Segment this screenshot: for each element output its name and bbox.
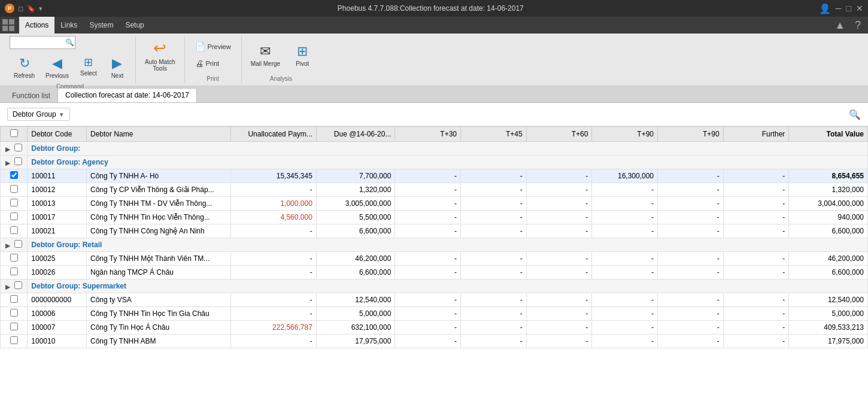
row-checkbox-cell[interactable] [1, 307, 28, 321]
row-checkbox[interactable] [10, 199, 18, 206]
minimize-button[interactable]: ─ [836, 4, 842, 13]
row-checkbox[interactable] [10, 268, 18, 275]
group-expand-icon[interactable]: ▶ [5, 242, 10, 249]
group-label: Debtor Group: Retail [28, 238, 868, 252]
mail-merge-button[interactable]: ✉ Mail Merge [247, 41, 284, 70]
row-checkbox-cell[interactable] [1, 211, 28, 224]
table-container[interactable]: Debtor Code Debtor Name Unallocated Paym… [0, 126, 868, 395]
select-button[interactable]: ⊞ Select [75, 53, 102, 82]
menu-setup[interactable]: Setup [119, 17, 150, 34]
row-checkbox-cell[interactable] [1, 197, 28, 211]
header-checkbox[interactable] [1, 127, 28, 142]
row-total: 940,000 [789, 211, 868, 224]
header-due: Due @14-06-20... [316, 127, 395, 142]
group-checkbox[interactable] [14, 240, 22, 248]
row-checkbox[interactable] [10, 295, 18, 303]
group-expand-cell[interactable]: ▶ [1, 238, 28, 252]
row-t60: - [526, 335, 592, 348]
row-checkbox[interactable] [10, 254, 18, 262]
group-checkbox[interactable] [14, 281, 22, 289]
debtor-group-filter[interactable]: Debtor Group ▼ [7, 108, 70, 121]
restore-button[interactable]: □ [846, 4, 851, 13]
ribbon-search-box[interactable]: 🔍 [10, 36, 75, 49]
row-due: 632,100,000 [316, 321, 395, 335]
row-unalloc: - [231, 252, 317, 266]
tab-collection[interactable]: Collection forecast at date: 14-06-2017 [57, 88, 197, 102]
group-checkbox[interactable] [14, 144, 22, 151]
group-expand-icon[interactable]: ▶ [5, 160, 10, 166]
row-checkbox-cell[interactable] [1, 293, 28, 307]
preview-button[interactable]: 📄 Preview [190, 40, 236, 54]
ribbon-collapse-button[interactable]: ▲ [830, 19, 850, 32]
group-checkbox[interactable] [14, 157, 22, 165]
select-all-checkbox[interactable] [10, 129, 18, 137]
row-further: - [723, 293, 789, 307]
row-t45: - [461, 197, 527, 211]
row-further: - [723, 197, 789, 211]
row-checkbox-cell[interactable] [1, 335, 28, 348]
refresh-button[interactable]: ↻ Refresh [10, 53, 39, 82]
menu-system[interactable]: System [83, 17, 119, 34]
row-checkbox-cell[interactable] [1, 266, 28, 279]
row-debtor-name: Công Ty TNHH TM - DV Viễn Thông... [87, 197, 231, 211]
table-row[interactable]: 0000000000 Công ty VSA - 12,540,000 - - … [1, 293, 868, 307]
row-checkbox-cell[interactable] [1, 224, 28, 238]
table-row[interactable]: 100010 Công Ty TNHH ABM - 17,975,000 - -… [1, 335, 868, 348]
group-header-row: ▶ Debtor Group: Supermarket [1, 279, 868, 293]
row-checkbox[interactable] [10, 336, 18, 344]
row-checkbox-cell[interactable] [1, 183, 28, 197]
search-filter-icon[interactable]: 🔍 [849, 109, 861, 120]
row-further: - [723, 183, 789, 197]
tab-function-list[interactable]: Function list [5, 89, 57, 102]
header-t45: T+45 [461, 127, 527, 142]
table-row[interactable]: 100011 Công Ty TNHH A- Hò 15,345,345 7,7… [1, 169, 868, 183]
table-row[interactable]: 100021 Công Ty TNHH Công Nghệ An Ninh - … [1, 224, 868, 238]
row-checkbox[interactable] [10, 185, 18, 193]
group-expand-icon[interactable]: ▶ [5, 146, 10, 153]
title-right-icons[interactable]: 👤 ─ □ ✕ [819, 3, 863, 14]
automatch-icon: ↩ [153, 39, 166, 57]
pivot-button[interactable]: ⊞ Pivot [289, 41, 315, 70]
table-row[interactable]: 100013 Công Ty TNHH TM - DV Viễn Thông..… [1, 197, 868, 211]
table-row[interactable]: 100007 Công Ty Tin Học Á Châu 222,566,78… [1, 321, 868, 335]
row-t45: - [461, 335, 527, 348]
row-checkbox[interactable] [10, 171, 18, 179]
search-input[interactable] [13, 39, 65, 46]
row-total: 1,320,000 [789, 183, 868, 197]
group-expand-cell[interactable]: ▶ [1, 142, 28, 156]
print-button[interactable]: 🖨 Print [190, 56, 225, 71]
row-checkbox[interactable] [10, 212, 18, 220]
row-t60: - [526, 197, 592, 211]
row-debtor-code: 100011 [28, 169, 87, 183]
row-checkbox-cell[interactable] [1, 252, 28, 266]
row-checkbox[interactable] [10, 226, 18, 234]
help-button[interactable]: ? [850, 19, 866, 32]
row-t45: - [461, 321, 527, 335]
row-checkbox-cell[interactable] [1, 169, 28, 183]
print-section-label: Print [207, 74, 219, 83]
close-button[interactable]: ✕ [856, 4, 863, 13]
row-t90b: - [658, 197, 724, 211]
row-checkbox-cell[interactable] [1, 321, 28, 335]
previous-button[interactable]: ◀ Previous [41, 53, 73, 82]
next-button[interactable]: ▶ Next [104, 53, 130, 82]
print-label: Print [206, 60, 220, 67]
menu-links[interactable]: Links [54, 17, 83, 34]
menu-actions[interactable]: Actions [19, 17, 54, 34]
group-expand-cell[interactable]: ▶ [1, 279, 28, 293]
table-row[interactable]: 100017 Công Ty TNHH Tin Học Viễn Thông..… [1, 211, 868, 224]
group-expand-cell[interactable]: ▶ [1, 156, 28, 169]
table-row[interactable]: 100006 Công Ty TNHH Tin Học Tin Gia Châu… [1, 307, 868, 321]
row-total: 8,654,655 [789, 169, 868, 183]
table-row[interactable]: 100026 Ngân hàng TMCP Á Châu - 6,600,000… [1, 266, 868, 279]
row-checkbox[interactable] [10, 323, 18, 330]
auto-match-button[interactable]: ↩ Auto Match Tools [141, 36, 180, 75]
group-expand-icon[interactable]: ▶ [5, 284, 10, 290]
app-grid-icon[interactable] [2, 19, 14, 31]
table-row[interactable]: 100012 Công Ty CP Viễn Thông & Giải Pháp… [1, 183, 868, 197]
row-checkbox[interactable] [10, 309, 18, 317]
row-debtor-name: Công Ty Tin Học Á Châu [87, 321, 231, 335]
pivot-label: Pivot [296, 60, 309, 67]
auto-match-label: Auto Match [145, 59, 175, 65]
table-row[interactable]: 100025 Công Ty TNHH Một Thành Viên TM...… [1, 252, 868, 266]
